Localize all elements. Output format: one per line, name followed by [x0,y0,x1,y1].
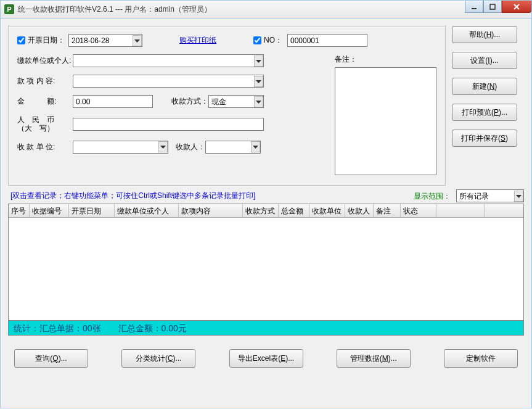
grid-body [9,218,523,310]
method-label: 收款方式： [171,96,208,107]
minimize-button[interactable] [465,1,483,13]
print-preview-button[interactable]: 打印预览(P)... [452,104,517,121]
column-header[interactable] [436,204,485,217]
summary-bar: 统计：汇总单据：00张 汇总金额：0.00元 [8,321,524,336]
hint-text: [双击查看记录；右键功能菜单；可按住Ctrl或Shift键选中多条记录批量打印] [10,191,255,201]
new-button[interactable]: 新建(N) [452,78,517,95]
item-label: 款 项 内 容: [17,76,73,86]
date-combo[interactable]: 2018-06-28 [68,34,142,47]
column-header[interactable]: 款项内容 [179,204,243,217]
column-header[interactable]: 收款单位 [309,204,345,217]
form-panel: 开票日期： 2018-06-28 购买打印纸 NO： 缴款单位或个人: 款 项 … [8,26,446,186]
collector-label: 收款人： [176,142,205,152]
amount-label: 金 额: [17,96,73,107]
column-header[interactable]: 总金额 [279,204,309,217]
column-header[interactable]: 缴款单位或个人 [115,204,179,217]
payer-label: 缴款单位或个人: [17,56,73,66]
rmb-input[interactable] [73,118,264,131]
help-button[interactable]: 帮助(H)... [452,26,517,43]
grid-header: 序号收据编号开票日期缴款单位或个人款项内容收款方式总金额收款单位收款人备注状态 [9,204,523,218]
manage-button[interactable]: 管理数据(M)... [337,349,411,368]
buy-paper-link[interactable]: 购买打印纸 [179,35,216,46]
window-title: 统一收款收据打印软件V2.6.1 --- 用户名：admin（管理员） [18,4,211,15]
method-combo[interactable]: 现金 [208,95,264,108]
rmb-label-1: 人 民 币 [17,115,73,124]
remark-label: 备注： [335,55,357,64]
amount-input[interactable] [73,95,153,108]
column-header[interactable]: 开票日期 [69,204,115,217]
close-button[interactable] [502,1,531,13]
rmb-label-2: （大 写） [17,124,73,133]
titlebar: P 统一收款收据打印软件V2.6.1 --- 用户名：admin（管理员） [0,0,532,19]
stats-button[interactable]: 分类统计(C)... [121,349,195,368]
payer-combo[interactable] [73,54,264,67]
column-header[interactable]: 收款方式 [243,204,279,217]
maximize-button[interactable] [483,1,502,13]
no-input[interactable] [287,34,367,47]
export-button[interactable]: 导出Excel表(E)... [229,349,303,368]
query-button[interactable]: 查询(Q)... [14,349,88,368]
column-header[interactable]: 收款人 [345,204,374,217]
settings-button[interactable]: 设置(I)... [452,52,517,69]
date-checkbox[interactable] [17,36,25,44]
custom-button[interactable]: 定制软件 [444,349,518,368]
column-header[interactable]: 序号 [9,204,30,217]
side-button-panel: 帮助(H)... 设置(I)... 新建(N) 打印预览(P)... 打印并保存… [452,26,517,186]
unit-label: 收 款 单 位: [17,142,73,152]
column-header[interactable]: 状态 [401,204,436,217]
print-save-button[interactable]: 打印并保存(S) [452,130,517,147]
svg-rect-1 [490,4,495,9]
date-label: 开票日期： [28,35,65,46]
remark-textarea[interactable] [335,67,436,175]
scope-label: 显示范围： [414,192,451,200]
scope-combo[interactable]: 所有记录 [456,189,524,202]
app-icon: P [4,4,14,14]
column-header[interactable]: 收据编号 [30,204,69,217]
no-checkbox[interactable] [253,36,261,44]
no-label: NO： [264,35,282,46]
column-header[interactable]: 备注 [374,204,401,217]
item-combo[interactable] [73,75,264,88]
collector-combo[interactable] [205,141,261,154]
records-grid[interactable]: 序号收据编号开票日期缴款单位或个人款项内容收款方式总金额收款单位收款人备注状态 [8,204,524,321]
unit-combo[interactable] [73,141,168,154]
